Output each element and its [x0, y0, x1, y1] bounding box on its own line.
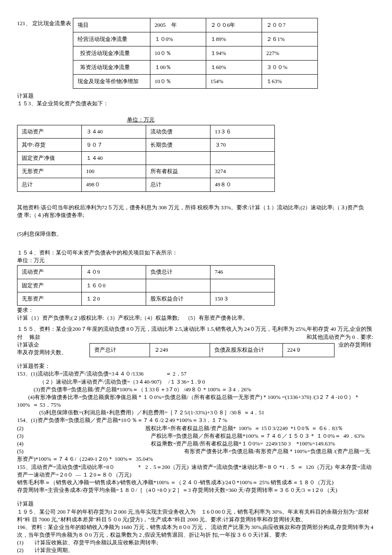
table-row: 无形资产100所有者权益3274	[17, 165, 275, 178]
a153-3: (3)资产负债率=负债总额/资产总额*100%＝（１33６＋3７0） /49８０…	[17, 386, 375, 393]
q195: １９５、某公司 200７年的年初存货为1２000 元,当年实现主营业务收入为 １…	[17, 508, 375, 523]
q153-unit: 单位：万元	[17, 116, 264, 124]
q154-unit: 单位：万元	[17, 257, 375, 264]
q196-2: (2) 计算营业周期。	[17, 546, 375, 554]
table-row: 资产总计２249负债及股东权益合计224９	[90, 344, 334, 357]
table-row: 无形资产１２0股东权益合计150３	[17, 292, 275, 305]
a155-2: 销售毛利率＝（销售收入净额一销售成本)/销售收入净额*100% ＝（２４０-销售…	[17, 479, 375, 486]
q196: 196、资料：某企业当年的赊销收入净额为 1680 万元，销售成本为 8０0 万…	[17, 523, 375, 539]
q121-heading: 121、 定比现金流量表	[17, 17, 71, 27]
q153-table: 流动资产３４40流动负债13３６ 其中:存货９０７长期负债３70 固定资产净值１…	[17, 125, 275, 192]
a154-5: (5) 有形资产债务比率=负债总额/有形资产总额＊100%=负债总额 /(资产总…	[17, 448, 375, 463]
table-row: 现金及现金等价物净增加10０％154%１63%	[73, 75, 317, 89]
q155-table: 资产总计２249负债及股东权益合计224９	[89, 343, 334, 357]
a155-1: 155、流动资产=流动负债*流动比率=8０ ＊ 2．5＝200（万元) 速动资产…	[17, 463, 375, 479]
a154-3: (3) 产权比率=负债总额／所有者权益总额*100% ＝７４６／１５０３＊ １０…	[17, 432, 375, 440]
a155-3: 存货周转率=主营业务成本/存货平均余额=１８０/［（4０+8０)/２］＝3 存货…	[17, 486, 375, 494]
table-row: 总计498０总计49８０	[17, 178, 275, 191]
cell: ２００7	[262, 18, 317, 32]
cell: 项目	[73, 18, 150, 32]
q196-1: (1) 计算应收账款、存货平均余额以及应收帐款周转率;	[17, 539, 375, 546]
a154-4: (4) 权益乘数=资产总额/所有者权益总额*１０0%= 2249/150 3 *…	[17, 440, 375, 448]
q153-other: 其他资料:该公司当年的税后净利为72５万元，债务利息为 308 万元，所得 税税…	[17, 204, 375, 219]
cell: ２００6年	[206, 18, 262, 32]
table-row: 筹资活动现金净流量１00％１60%３００%	[73, 61, 317, 75]
table-row: 固定资产１６０0	[17, 279, 275, 292]
a153-1: 153、(1)流动比率=流动资产/流动负债=3４４０/1336 ＝ 2．57	[17, 370, 375, 378]
answers-heading: 计算题答案：	[17, 362, 375, 370]
table-row: 流动资产４０9负债总计746	[17, 266, 275, 279]
q154-req2: 计算（1）资产负债率;(２)股权比率:（3）产权比率;（4）权益乘数; （5）有…	[17, 314, 375, 322]
cell: 2005 年	[150, 18, 206, 32]
table-row: 投资活动现金净流量10０％１94%227%	[73, 46, 317, 61]
a153-5: (5)利息保障倍数=(利润总额+利息费用）／利息费用=［７２5/(1-33%)+…	[17, 409, 375, 416]
q154-table: 流动资产４０9负债总计746 固定资产１６０0 无形资产１２0股东权益合计150…	[17, 265, 275, 306]
table-row: 固定资产净值１４40	[17, 151, 275, 165]
table-row: 其中:存货９０７长期负债３70	[17, 138, 275, 151]
q154-heading: １５４、资料：某公司年末资产负债表中的相关项目如下表所示：	[17, 249, 375, 257]
calc-header: 计算题	[17, 92, 375, 100]
a154-1: 154、(1)资产负债率=负债总额／资产总额*10０％＝７４６/2２49 *10…	[17, 416, 375, 424]
q153-heading: １５3、某企业简化资产负债表如下：	[17, 100, 375, 107]
q154-req: 要求：	[17, 306, 375, 314]
a153-2: （２）速动比率=速动资产/流动负债=（3４40-907) /１３36=１.９0	[17, 378, 375, 386]
a153-4: (4)有形净值债务比率=负债总额廣形净值总额＊１０0%=负债总额/（所有者权益总…	[17, 393, 375, 409]
table-row: 流动资产３４40流动负债13３６	[17, 125, 275, 138]
q121-table: 项目 2005 年 ２００6年 ２００7 经营活动现金净流量１０0%１89%２６…	[73, 18, 318, 89]
table-row: 经营活动现金净流量１０0%１89%２６1%	[73, 32, 317, 46]
calc2-header: 计算题	[17, 500, 375, 508]
a154-2: (2) 股权比率=所有者权益总额/资产总额* 100% ＝ 15０3/2249 …	[17, 425, 375, 432]
q153-line5: (5)利息保障倍数。	[17, 230, 375, 238]
table-row: 项目 2005 年 ２００6年 ２００7	[73, 18, 317, 32]
